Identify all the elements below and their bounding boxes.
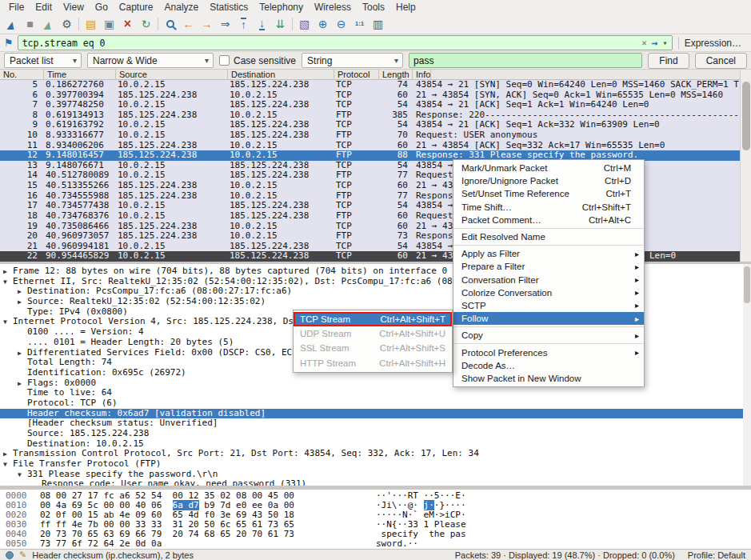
first-packet-icon[interactable]: ↑ [234, 16, 253, 33]
column-header-protocol[interactable]: Protocol [334, 70, 379, 79]
menu-statistics[interactable]: Statistics [204, 1, 254, 14]
find-input[interactable]: pass [409, 53, 642, 68]
capture-comment-icon[interactable]: ✎ [19, 550, 26, 560]
detail-line[interactable]: Time to live: 64 [0, 388, 751, 398]
detail-line[interactable]: ▼File Transfer Protocol (FTP) [0, 459, 751, 470]
packet-row[interactable]: 11 8.934006206 185.125.224.238 10.0.2.15… [0, 141, 740, 151]
follow-http-stream[interactable]: HTTP Stream Ctrl+Alt+Shift+H [294, 356, 452, 370]
menu-wireless[interactable]: Wireless [309, 1, 357, 14]
context-colorize-conversation[interactable]: Colorize Conversation ▸ [453, 286, 644, 299]
start-capture-icon[interactable]: ▲ [2, 16, 21, 33]
find-scope-dropdown[interactable]: Packet list ▾ [4, 53, 82, 68]
close-file-icon[interactable]: × [118, 16, 137, 33]
zoom-out-icon[interactable]: ⊖ [332, 16, 350, 33]
last-packet-icon[interactable]: ↓ [253, 16, 271, 33]
colorize-icon[interactable]: ▧ [295, 16, 314, 33]
context-ignore-unignore-packet[interactable]: Ignore/Unignore Packet Ctrl+D [453, 174, 644, 187]
detail-line[interactable]: ▶Transmission Control Protocol, Src Port… [0, 449, 751, 459]
detail-line[interactable]: Response code: User name okay, need pass… [0, 479, 751, 486]
scrollbar-thumb[interactable] [742, 82, 750, 150]
context-edit-resolved-name[interactable]: Edit Resolved Name [453, 230, 644, 243]
context-prepare-a-filter[interactable]: Prepare a Filter ▸ [453, 260, 644, 273]
menu-edit[interactable]: Edit [30, 1, 58, 14]
restart-capture-icon[interactable]: ▲ [39, 16, 58, 33]
context-set-unset-time-reference[interactable]: Set/Unset Time Reference Ctrl+T [453, 187, 644, 200]
follow-ssl-stream[interactable]: SSL Stream Ctrl+Alt+Shift+S [294, 341, 452, 355]
details-scrollbar[interactable] [743, 264, 751, 486]
expander-icon[interactable]: ▶ [3, 267, 13, 277]
context-protocol-preferences[interactable]: Protocol Preferences ▸ [453, 346, 644, 358]
expander-icon[interactable]: ▼ [3, 318, 13, 327]
context-conversation-filter[interactable]: Conversation Filter ▸ [453, 274, 644, 286]
go-back-icon[interactable]: ← [179, 16, 198, 33]
detail-line[interactable]: Protocol: TCP (6) [0, 398, 751, 409]
open-file-icon[interactable]: ▤ [82, 16, 100, 33]
detail-line[interactable]: [Header checksum status: Unverified] [0, 418, 751, 429]
stop-capture-icon[interactable]: ■ [21, 16, 39, 33]
context-time-shift[interactable]: Time Shift… Ctrl+Shift+T [453, 201, 644, 214]
cancel-button[interactable]: Cancel [695, 53, 747, 69]
context-decode-as[interactable]: Decode As… [453, 359, 644, 372]
menu-capture[interactable]: Capture [114, 1, 159, 14]
find-charset-dropdown[interactable]: Narrow & Wide ▾ [87, 53, 214, 68]
column-header-info[interactable]: Info [413, 70, 431, 79]
column-header-destination[interactable]: Destination [228, 70, 334, 79]
expander-icon[interactable]: ▶ [18, 379, 27, 389]
display-filter-input[interactable]: tcp.stream eq 0 ✕ → ▾ [18, 35, 673, 50]
case-sensitive-checkbox[interactable] [219, 55, 230, 66]
packet-row[interactable]: 9 0.619163792 10.0.2.15 185.125.224.238 … [0, 120, 740, 130]
go-forward-icon[interactable]: → [198, 16, 216, 33]
context-follow[interactable]: Follow ▸ [453, 312, 644, 325]
scrollbar-thumb[interactable] [744, 266, 750, 303]
expander-icon[interactable]: ▼ [3, 278, 13, 287]
filter-history-dropdown-icon[interactable]: ▾ [663, 38, 668, 47]
apply-filter-icon[interactable]: → [652, 37, 658, 49]
zoom-in-icon[interactable]: ⊕ [314, 16, 332, 33]
expander-icon[interactable]: ▶ [18, 287, 27, 297]
auto-scroll-icon[interactable]: ⇊ [271, 16, 290, 33]
expander-icon[interactable]: ▶ [18, 298, 27, 307]
packet-list-scrollbar[interactable] [740, 70, 751, 262]
capture-options-icon[interactable]: ⚙ [58, 16, 76, 33]
menu-analyze[interactable]: Analyze [159, 1, 205, 14]
column-header-time[interactable]: Time [44, 70, 116, 79]
context-copy[interactable]: Copy ▸ [453, 329, 644, 342]
save-file-icon[interactable]: ▣ [100, 16, 118, 33]
context-mark-unmark-packet[interactable]: Mark/Unmark Packet Ctrl+M [453, 162, 644, 174]
menu-file[interactable]: File [3, 1, 30, 14]
expander-icon[interactable]: ▼ [18, 470, 27, 480]
zoom-100-icon[interactable]: 1:1 [350, 16, 369, 33]
menu-go[interactable]: Go [90, 1, 114, 14]
follow-tcp-stream[interactable]: TCP Stream Ctrl+Alt+Shift+T [294, 312, 452, 326]
detail-line[interactable]: ▼331 Please specify the password.\r\n [0, 470, 751, 480]
packet-row[interactable]: 8 0.619134913 185.125.224.238 10.0.2.15 … [0, 110, 740, 121]
expander-icon[interactable]: ▶ [18, 349, 27, 358]
detail-header-checksum[interactable]: Header checksum: 0x6ad7 [validation disa… [0, 409, 751, 419]
detail-line[interactable]: Source: 185.125.224.238 [0, 429, 751, 439]
resize-columns-icon[interactable]: ▥ [369, 16, 387, 33]
menu-telephony[interactable]: Telephony [254, 1, 309, 14]
context-packet-comment[interactable]: Packet Comment… Ctrl+Alt+C [453, 214, 644, 226]
expression-button[interactable]: Expression… [678, 37, 747, 50]
status-profile[interactable]: Profile: Default [688, 550, 745, 560]
context-apply-as-filter[interactable]: Apply as Filter ▸ [453, 247, 644, 260]
go-to-packet-icon[interactable]: ⇒ [216, 16, 234, 33]
hex-row[interactable]: 005073 77 6f 72 64 2e 0d 0asword.·· [0, 539, 751, 549]
detail-line[interactable]: Destination: 10.0.2.15 [0, 439, 751, 450]
menu-tools[interactable]: Tools [357, 1, 390, 14]
reload-icon[interactable]: ↻ [137, 16, 155, 33]
column-header-source[interactable]: Source [116, 70, 228, 79]
packet-row[interactable]: 5 0.186272760 10.0.2.15 185.125.224.238 … [0, 80, 740, 90]
expander-icon[interactable]: ▶ [3, 450, 13, 459]
packet-row[interactable]: 6 0.397700394 185.125.224.238 10.0.2.15 … [0, 90, 740, 101]
packet-row[interactable]: 7 0.397748250 10.0.2.15 185.125.224.238 … [0, 100, 740, 110]
context-show-packet-in-new-window[interactable]: Show Packet in New Window [453, 372, 644, 385]
context-sctp[interactable]: SCTP ▸ [453, 299, 644, 312]
find-packet-icon[interactable] [161, 16, 179, 33]
column-header-no[interactable]: No. [0, 70, 44, 79]
clear-filter-icon[interactable]: ✕ [641, 38, 647, 48]
expander-icon[interactable]: ▼ [3, 460, 13, 470]
expert-info-icon[interactable] [6, 551, 14, 559]
menu-help[interactable]: Help [390, 1, 421, 14]
find-button[interactable]: Find [648, 53, 689, 69]
